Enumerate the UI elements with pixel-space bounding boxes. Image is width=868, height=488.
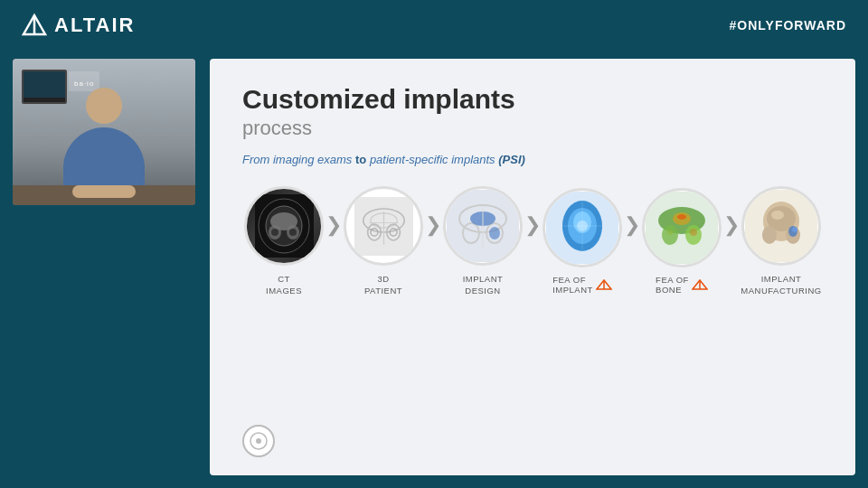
step-label-patient: 3D PATIENT [364, 273, 402, 297]
manufacturing-visual [745, 190, 817, 262]
desc-bold: to [355, 153, 366, 166]
step-circle-implant [443, 186, 523, 266]
slide-title: Customized implants [242, 84, 823, 115]
arrow-5: ❯ [723, 213, 740, 237]
patient-3d-visual [354, 197, 413, 256]
header: ALTAIR #ONLYFORWARD [0, 0, 868, 50]
arrow-1: ❯ [326, 213, 342, 237]
slide-description: From imaging exams to patient-specific i… [242, 153, 823, 166]
step-implant-design: IMPLANT DESIGN [441, 186, 524, 297]
step-label-ct: CT IMAGES [266, 273, 302, 297]
implant-design-visual [447, 190, 519, 262]
svg-point-50 [771, 211, 784, 220]
svg-point-52 [792, 227, 797, 232]
svg-point-48 [762, 226, 777, 244]
presentation-slide: Customized implants process From imaging… [210, 59, 855, 475]
process-flow: CT IMAGES ❯ 3D PATIENT [242, 186, 823, 297]
hashtag-text: #ONLYFORWARD [730, 18, 846, 33]
altair-logo-fea-bone [692, 279, 708, 290]
step-3d-patient: 3D PATIENT [342, 186, 425, 297]
desc-middle: patient-specific implants [366, 153, 498, 166]
step-label-fea-bone: FEA OFBONE [656, 275, 708, 295]
fea-bone-visual [646, 192, 718, 264]
svg-point-41 [690, 229, 697, 236]
step-label-implant: IMPLANT DESIGN [463, 273, 504, 297]
step-circle-ct [244, 186, 324, 266]
svg-point-54 [256, 438, 261, 444]
altair-logo-fea-implant [596, 279, 612, 290]
step-circle-patient [344, 186, 423, 266]
arrow-4: ❯ [624, 213, 640, 237]
svg-point-8 [271, 229, 278, 236]
logo-text: ALTAIR [54, 14, 135, 37]
bottom-logo-icon [249, 431, 269, 451]
arrow-2: ❯ [425, 213, 441, 237]
step-fea-bone: FEA OFBONE [640, 188, 723, 295]
desc-prefix: From imaging exams [242, 153, 355, 166]
step-circle-fea-bone [642, 188, 722, 267]
arrow-3: ❯ [524, 213, 541, 237]
desc-psi: (PSI) [498, 153, 525, 166]
slide-subtitle: process [242, 117, 823, 140]
step-label-manufacturing: IMPLANT MANUFACTURING [741, 273, 821, 297]
webcam-panel: ba·io [13, 59, 195, 205]
svg-point-40 [677, 214, 686, 220]
step-label-fea-implant: FEA OFIMPLANT [552, 275, 612, 295]
step-fea-implant: FEA OFIMPLANT [541, 188, 624, 295]
ct-image-visual [247, 189, 321, 263]
svg-point-9 [289, 229, 297, 236]
step-manufacturing: IMPLANT MANUFACTURING [740, 186, 823, 297]
bottom-logo-circle [242, 425, 275, 457]
svg-point-24 [489, 227, 500, 239]
step-circle-manufacturing [741, 186, 821, 266]
webcam-background: ba·io [13, 59, 195, 205]
logo-icon [22, 13, 47, 38]
brand-label: ba·io [74, 80, 94, 88]
step-circle-fea-implant [542, 188, 622, 267]
svg-point-42 [667, 230, 673, 235]
step-ct-images: CT IMAGES [242, 186, 326, 297]
fea-implant-visual [546, 192, 618, 264]
altair-logo: ALTAIR [22, 13, 135, 38]
